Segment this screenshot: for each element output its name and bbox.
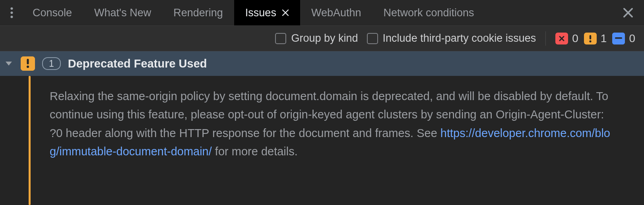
- tab-rendering[interactable]: Rendering: [162, 0, 234, 25]
- checkbox-label: Group by kind: [291, 32, 358, 44]
- issue-row-header[interactable]: 1 Deprecated Feature Used: [0, 51, 644, 76]
- tab-list: Console What's New Rendering Issues WebA…: [21, 0, 619, 25]
- more-tools-button[interactable]: [2, 0, 21, 26]
- error-count[interactable]: 0: [555, 32, 578, 45]
- issue-count-pill: 1: [42, 57, 61, 70]
- svg-rect-8: [27, 59, 29, 64]
- issue-counts: 0 1 0: [555, 32, 635, 45]
- close-icon: [282, 9, 289, 16]
- warning-count[interactable]: 1: [584, 32, 607, 45]
- checkbox-icon: [275, 33, 286, 44]
- tab-label: What's New: [94, 7, 151, 19]
- tab-label: Network conditions: [383, 7, 474, 19]
- svg-rect-3: [590, 35, 591, 39]
- count-value: 0: [629, 32, 635, 45]
- count-value: 1: [601, 32, 607, 45]
- tab-label: Issues: [245, 7, 276, 19]
- tab-whats-new[interactable]: What's New: [83, 0, 162, 25]
- tab-label: WebAuthn: [311, 7, 361, 19]
- info-badge-icon: [612, 33, 625, 44]
- drawer-tabstrip: Console What's New Rendering Issues WebA…: [0, 0, 644, 26]
- issue-body-post: for more details.: [212, 145, 298, 158]
- issue-title: Deprecated Feature Used: [68, 57, 207, 70]
- group-by-kind-toggle[interactable]: Group by kind: [275, 32, 358, 44]
- tab-issues[interactable]: Issues: [234, 0, 300, 25]
- issues-toolbar: Group by kind Include third-party cookie…: [0, 26, 644, 51]
- svg-point-2: [10, 15, 13, 18]
- close-icon: [623, 8, 633, 18]
- svg-point-0: [10, 7, 13, 10]
- issue-description: Relaxing the same-origin policy by setti…: [31, 76, 627, 205]
- svg-point-1: [10, 12, 13, 14]
- chevron-down-icon: [5, 61, 12, 66]
- svg-rect-6: [615, 37, 622, 39]
- checkbox-icon: [367, 33, 378, 44]
- checkbox-label: Include third-party cookie issues: [383, 32, 536, 44]
- error-badge-icon: [555, 33, 568, 44]
- tab-network-conditions[interactable]: Network conditions: [372, 0, 485, 25]
- svg-point-9: [27, 66, 29, 68]
- kebab-menu-icon: [10, 7, 13, 18]
- tab-webauthn[interactable]: WebAuthn: [300, 0, 372, 25]
- disclosure-triangle[interactable]: [4, 61, 14, 66]
- tab-label: Console: [33, 7, 72, 19]
- svg-point-4: [589, 40, 591, 42]
- warning-badge-icon: [21, 56, 35, 71]
- tab-console[interactable]: Console: [21, 0, 83, 25]
- tab-label: Rendering: [173, 7, 223, 19]
- warning-badge-icon: [584, 33, 597, 44]
- drawer-close-button[interactable]: [619, 4, 637, 21]
- info-count[interactable]: 0: [612, 32, 635, 45]
- issue-body-container: Relaxing the same-origin policy by setti…: [0, 76, 644, 205]
- toolbar-divider: [545, 31, 546, 46]
- count-value: 0: [572, 32, 578, 45]
- include-third-party-toggle[interactable]: Include third-party cookie issues: [367, 32, 536, 44]
- tab-close-button[interactable]: [282, 9, 289, 16]
